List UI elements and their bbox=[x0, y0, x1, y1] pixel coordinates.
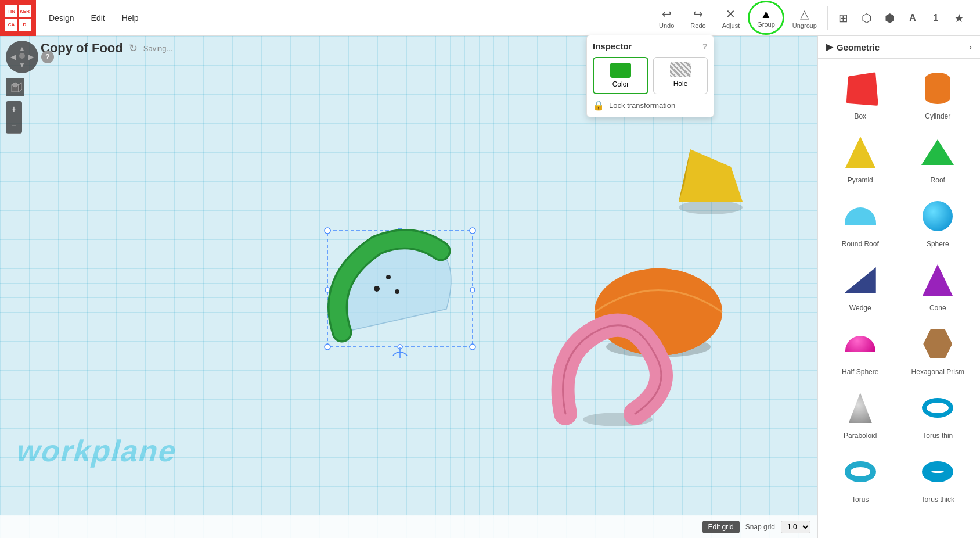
svg-marker-2 bbox=[19, 83, 22, 92]
arrow-up: ▲ bbox=[19, 45, 26, 53]
star-button[interactable]: ★ bbox=[950, 9, 968, 27]
svg-point-13 bbox=[325, 228, 330, 234]
shape-visual-box bbox=[846, 72, 878, 106]
yellow-roof-shape[interactable] bbox=[679, 149, 743, 214]
toolbar-right-icons: ⊞ ⬡ ⬢ A 1 ★ bbox=[827, 6, 974, 30]
hole-label: Hole bbox=[673, 80, 688, 88]
shape-visual-half-sphere bbox=[845, 336, 875, 352]
selected-shape[interactable] bbox=[325, 228, 475, 358]
shape-visual-round-roof bbox=[845, 207, 876, 225]
color-label: Color bbox=[613, 80, 629, 88]
shape-item-pyramid[interactable]: Pyramid bbox=[823, 127, 898, 189]
ungroup-button[interactable]: △ Ungroup bbox=[787, 5, 823, 31]
logo-overlay[interactable]: TIN KER CA D bbox=[0, 0, 36, 36]
ungroup-label: Ungroup bbox=[792, 22, 817, 29]
shape-label-torus-thin: Torus thin bbox=[923, 432, 953, 440]
logo-cell-ker: KER bbox=[19, 5, 31, 17]
help-button[interactable]: ? bbox=[41, 51, 54, 63]
right-sidebar: ▶ Geometric › BoxCylinderPyramidRoofRoun… bbox=[817, 36, 980, 538]
lock-label: Lock transformation bbox=[609, 101, 675, 110]
shape-icon-pyramid bbox=[840, 132, 881, 173]
zoom-in-button[interactable]: + bbox=[6, 101, 22, 117]
inspector-help[interactable]: ? bbox=[702, 41, 708, 51]
adjust-button[interactable]: ✕ Adjust bbox=[716, 5, 746, 31]
group-label: Group bbox=[757, 21, 775, 28]
group-icon: ▲ bbox=[761, 8, 772, 21]
logo-cell-tin: TIN bbox=[5, 5, 17, 17]
shape-visual-wedge bbox=[845, 267, 876, 293]
hole-swatch bbox=[670, 62, 691, 77]
nav-help[interactable]: Help bbox=[115, 10, 146, 26]
shape-visual-roof bbox=[921, 139, 954, 165]
view-cube-button[interactable] bbox=[6, 78, 24, 96]
shape-item-torus[interactable]: Torus bbox=[823, 447, 898, 508]
view-cube-icon bbox=[8, 80, 22, 94]
sidebar-collapse-icon[interactable]: › bbox=[969, 42, 972, 52]
shape-label-sphere: Sphere bbox=[927, 240, 949, 248]
shape-item-cylinder[interactable]: Cylinder bbox=[900, 63, 976, 125]
shape-item-box[interactable]: Box bbox=[823, 63, 898, 125]
svg-point-16 bbox=[470, 344, 475, 350]
left-panel: ▲ ◀ ▶ ▼ ? + − bbox=[6, 41, 54, 134]
shape-item-half-sphere[interactable]: Half Sphere bbox=[823, 319, 898, 381]
toolbar: TIN KER CA D Design Edit Help ↩ Undo ↪ R… bbox=[0, 0, 980, 36]
shapes-grid: BoxCylinderPyramidRoofRound RoofSphereWe… bbox=[818, 59, 980, 513]
shape-icon-half-sphere bbox=[840, 324, 881, 364]
shape-visual-torus-thick bbox=[922, 461, 953, 482]
snap-grid-select[interactable]: 1.0 0.5 2.0 bbox=[781, 521, 810, 533]
zoom-out-button[interactable]: − bbox=[6, 117, 22, 134]
shape-icon-torus-thick bbox=[917, 451, 958, 492]
shape-icon-round-roof bbox=[840, 196, 881, 236]
shape-item-torus-thick[interactable]: Torus thick bbox=[900, 447, 976, 508]
svg-point-14 bbox=[470, 228, 475, 234]
shape-visual-hexagonal-prism bbox=[923, 329, 952, 358]
shape-item-torus-thin[interactable]: Torus thin bbox=[900, 383, 976, 444]
shape-icon-cylinder bbox=[917, 68, 958, 109]
number-button[interactable]: 1 bbox=[927, 9, 945, 27]
redo-label: Redo bbox=[690, 22, 705, 29]
svg-point-23 bbox=[386, 275, 391, 279]
pan-control[interactable]: ▲ ◀ ▶ ▼ bbox=[6, 41, 38, 73]
pan-center bbox=[19, 53, 25, 59]
logo-grid: TIN KER CA D bbox=[5, 5, 31, 31]
grid-view-button[interactable]: ⊞ bbox=[834, 9, 852, 27]
shape-label-round-roof: Round Roof bbox=[842, 240, 879, 248]
hole-button[interactable]: Hole bbox=[653, 57, 708, 94]
shape-item-roof[interactable]: Roof bbox=[900, 127, 976, 189]
sidebar-title-text: Geometric bbox=[837, 42, 880, 52]
shape-item-wedge[interactable]: Wedge bbox=[823, 255, 898, 317]
shape-item-hexagonal-prism[interactable]: Hexagonal Prism bbox=[900, 319, 976, 381]
group-button[interactable]: ▲ Group bbox=[750, 3, 782, 33]
text-button[interactable]: A bbox=[903, 9, 922, 27]
edit-grid-button[interactable]: Edit grid bbox=[702, 521, 740, 533]
arrow-lr: ◀ ▶ bbox=[10, 53, 34, 61]
nav-edit[interactable]: Edit bbox=[84, 10, 112, 26]
shape-item-round-roof[interactable]: Round Roof bbox=[823, 191, 898, 253]
lock-icon: 🔒 bbox=[593, 100, 604, 111]
sidebar-section-title: ▶ Geometric bbox=[826, 42, 880, 52]
shape-visual-torus-thin bbox=[922, 398, 953, 418]
svg-point-3 bbox=[679, 200, 743, 214]
shape-item-sphere[interactable]: Sphere bbox=[900, 191, 976, 253]
logo-cell-ca: CA bbox=[5, 19, 17, 31]
shape-item-cone[interactable]: Cone bbox=[900, 255, 976, 317]
cube-view-button[interactable]: ⬡ bbox=[857, 9, 875, 27]
sidebar-container: ▶ Geometric › BoxCylinderPyramidRoofRoun… bbox=[818, 36, 980, 513]
shape-icon-box bbox=[840, 68, 881, 109]
shape-label-torus-thick: Torus thick bbox=[921, 496, 954, 504]
svg-point-20 bbox=[470, 288, 475, 292]
undo-button[interactable]: ↩ Undo bbox=[653, 5, 680, 31]
color-swatch bbox=[610, 63, 631, 78]
color-button[interactable]: Color bbox=[593, 57, 648, 94]
undo-icon: ↩ bbox=[662, 7, 672, 21]
refresh-icon[interactable]: ↻ bbox=[129, 42, 138, 55]
nav-design[interactable]: Design bbox=[42, 10, 81, 26]
shape-item-paraboloid[interactable]: Paraboloid bbox=[823, 383, 898, 444]
saving-indicator: Saving... bbox=[143, 44, 173, 53]
shape-button[interactable]: ⬢ bbox=[880, 9, 899, 27]
shape-visual-pyramid bbox=[845, 137, 875, 168]
shape-visual-torus bbox=[845, 461, 876, 482]
redo-button[interactable]: ↪ Redo bbox=[684, 5, 711, 31]
shape-icon-paraboloid bbox=[840, 388, 881, 428]
shape-label-roof: Roof bbox=[931, 176, 945, 184]
